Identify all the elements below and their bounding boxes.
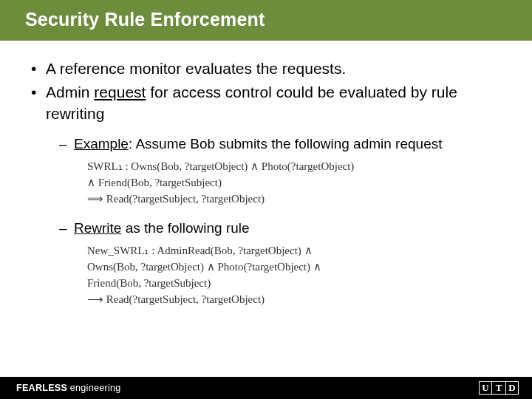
formula1-line1: SWRL₁ : Owns(Bob, ?targetObject) ∧ Photo… xyxy=(87,159,502,175)
formula1-line2: ∧ Friend(Bob, ?targetSubject) xyxy=(87,175,502,191)
bullet-1: A reference monitor evaluates the reques… xyxy=(30,58,502,79)
formula1-line3: ⟹ Read(?targetSubject, ?targetObject) xyxy=(87,191,502,208)
formula-new-swrl1: New_SWRL₁ : AdminRead(Bob, ?targetObject… xyxy=(87,243,502,307)
sub-1: Example: Assume Bob submits the followin… xyxy=(59,134,502,153)
formula2-line3: Friend(Bob, ?targetSubject) xyxy=(87,276,502,292)
bullet-list: A reference monitor evaluates the reques… xyxy=(30,58,502,307)
formula2-line1: New_SWRL₁ : AdminRead(Bob, ?targetObject… xyxy=(87,243,502,259)
sub-2: Rewrite as the following rule xyxy=(59,219,502,237)
utd-logo-t: T xyxy=(492,381,505,395)
footer-bar: FEARLESS engineering U T D xyxy=(0,377,532,399)
formula-swrl1: SWRL₁ : Owns(Bob, ?targetObject) ∧ Photo… xyxy=(87,159,502,207)
sub-1-rest: : Assume Bob submits the following admin… xyxy=(129,136,443,151)
footer-bold: FEARLESS xyxy=(16,383,67,393)
sub-2-underline: Rewrite xyxy=(74,220,121,236)
utd-logo-d: D xyxy=(505,381,519,395)
sub-list: Example: Assume Bob submits the followin… xyxy=(59,134,502,153)
sub-2-rest: as the following rule xyxy=(121,220,249,236)
footer-text: FEARLESS engineering xyxy=(16,383,120,393)
slide: Security Rule Enforcement A reference mo… xyxy=(0,0,532,399)
utd-logo-u: U xyxy=(479,381,492,395)
sub-1-underline: Example xyxy=(74,136,129,151)
bullet-2-underline: request xyxy=(94,83,146,100)
formula2-line2: Owns(Bob, ?targetObject) ∧ Photo(?target… xyxy=(87,259,502,276)
sub-list-2: Rewrite as the following rule xyxy=(59,219,502,237)
bullet-2-pre: Admin xyxy=(46,83,94,100)
footer-rest: engineering xyxy=(67,383,120,393)
bullet-1-text: A reference monitor evaluates the reques… xyxy=(46,60,346,77)
bullet-2: Admin request for access control could b… xyxy=(30,82,502,307)
slide-title: Security Rule Enforcement xyxy=(25,9,507,30)
title-bar: Security Rule Enforcement xyxy=(0,0,532,41)
utd-logo: U T D xyxy=(479,381,519,395)
slide-body: A reference monitor evaluates the reques… xyxy=(0,41,532,307)
formula2-line4: ⟶ Read(?targetSubject, ?targetObject) xyxy=(87,292,502,308)
